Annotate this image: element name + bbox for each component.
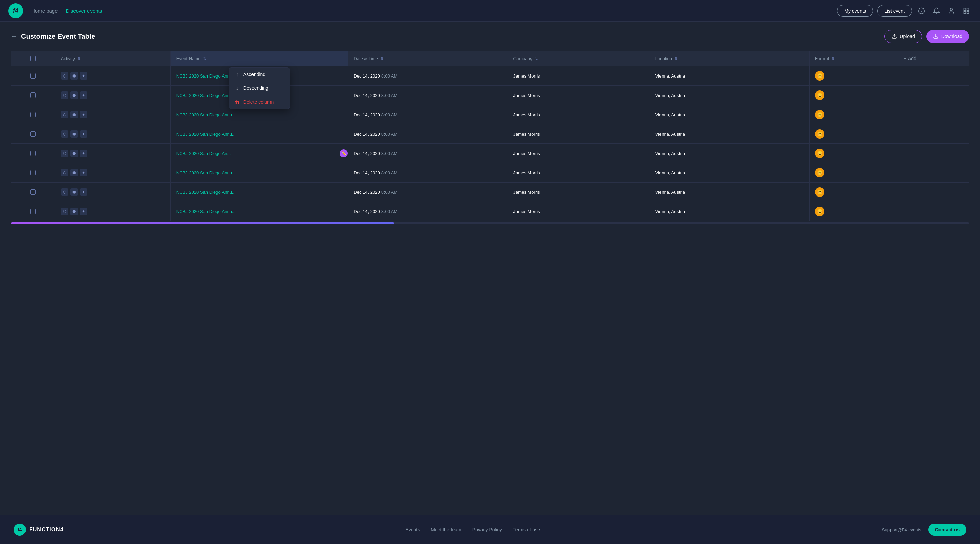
act-download-icon[interactable]: ⬢ bbox=[70, 169, 78, 176]
time-part: 8:00 AM bbox=[382, 151, 398, 156]
list-event-button[interactable]: List event bbox=[877, 5, 912, 17]
th-eventname-label: Event Name bbox=[176, 56, 201, 61]
act-download-icon[interactable]: ⬢ bbox=[70, 188, 78, 196]
row-checkbox[interactable] bbox=[30, 209, 36, 214]
act-share-icon[interactable]: ⬡ bbox=[61, 208, 68, 215]
header-checkbox[interactable] bbox=[30, 56, 36, 61]
act-share-icon[interactable]: ⬡ bbox=[61, 92, 68, 99]
row-checkbox[interactable] bbox=[30, 151, 36, 156]
row-checkbox[interactable] bbox=[30, 112, 36, 117]
event-name-link[interactable]: NCBJ 2020 San Diego Annu... bbox=[176, 190, 342, 195]
event-name-link[interactable]: NCBJ 2020 San Diego Annu... bbox=[176, 209, 342, 214]
act-download-icon[interactable]: ⬢ bbox=[70, 130, 78, 138]
format-icon: 😊 bbox=[815, 168, 824, 178]
edit-pencil-badge[interactable]: ✏️ bbox=[340, 149, 348, 157]
logo[interactable]: f4 bbox=[8, 3, 23, 18]
info-icon[interactable] bbox=[916, 5, 927, 16]
event-name-link[interactable]: NCBJ 2020 San Diego Annu... bbox=[176, 170, 342, 175]
row-checkbox[interactable] bbox=[30, 170, 36, 175]
column-dropdown: ↑ Ascending ↓ Descending 🗑 Delete column bbox=[229, 67, 290, 109]
row-activity: ⬡ ⬢ ✦ bbox=[55, 66, 170, 86]
dropdown-delete[interactable]: 🗑 Delete column bbox=[229, 95, 290, 109]
logo-text: f4 bbox=[13, 7, 18, 14]
act-add-icon[interactable]: ✦ bbox=[80, 169, 88, 176]
th-eventname[interactable]: Event Name ⇅ ↑ Ascending ↓ Descending bbox=[170, 51, 348, 66]
download-label: Download bbox=[941, 34, 962, 39]
row-company: James Morris bbox=[508, 182, 649, 202]
time-part: 8:00 AM bbox=[382, 209, 398, 214]
nav-discover[interactable]: Discover events bbox=[66, 8, 102, 14]
act-share-icon[interactable]: ⬡ bbox=[61, 150, 68, 157]
act-download-icon[interactable]: ⬢ bbox=[70, 208, 78, 215]
th-format[interactable]: Format ⇅ bbox=[810, 51, 898, 66]
th-datetime[interactable]: Date & Time ⇅ bbox=[348, 51, 508, 66]
act-download-icon[interactable]: ⬢ bbox=[70, 150, 78, 157]
row-activity: ⬡ ⬢ ✦ bbox=[55, 86, 170, 105]
footer-link-events[interactable]: Events bbox=[405, 527, 420, 533]
act-download-icon[interactable]: ⬢ bbox=[70, 111, 78, 118]
my-events-button[interactable]: My events bbox=[837, 5, 873, 17]
row-checkbox[interactable] bbox=[30, 92, 36, 98]
datetime-sort-icon: ⇅ bbox=[381, 57, 383, 60]
user-icon[interactable] bbox=[946, 5, 957, 16]
table-header: Activity ⇅ Event Name ⇅ ↑ bbox=[11, 51, 969, 66]
act-download-icon[interactable]: ⬢ bbox=[70, 72, 78, 79]
row-checkbox[interactable] bbox=[30, 189, 36, 195]
company-sort-icon: ⇅ bbox=[535, 57, 538, 60]
horizontal-scrollbar[interactable] bbox=[11, 222, 969, 224]
header-actions: Upload Download bbox=[885, 30, 969, 43]
act-share-icon[interactable]: ⬡ bbox=[61, 111, 68, 118]
act-share-icon[interactable]: ⬡ bbox=[61, 188, 68, 196]
row-add bbox=[898, 105, 969, 124]
svg-point-3 bbox=[950, 8, 953, 11]
act-add-icon[interactable]: ✦ bbox=[80, 130, 88, 138]
format-icon: 😊 bbox=[815, 187, 824, 197]
ascending-label: Ascending bbox=[243, 72, 266, 77]
act-share-icon[interactable]: ⬡ bbox=[61, 72, 68, 79]
layout-icon[interactable] bbox=[961, 5, 972, 16]
act-add-icon[interactable]: ✦ bbox=[80, 111, 88, 118]
date-part: Dec 14, 2020 bbox=[353, 93, 380, 98]
th-activity[interactable]: Activity ⇅ bbox=[55, 51, 170, 66]
eventname-sort-icon: ⇅ bbox=[203, 57, 206, 60]
nav-home[interactable]: Home page bbox=[31, 8, 58, 14]
event-name-link[interactable]: NCBJ 2020 San Diego Annu... bbox=[176, 112, 342, 117]
row-company: James Morris bbox=[508, 163, 649, 182]
act-add-icon[interactable]: ✦ bbox=[80, 92, 88, 99]
act-add-icon[interactable]: ✦ bbox=[80, 208, 88, 215]
act-add-icon[interactable]: ✦ bbox=[80, 72, 88, 79]
dropdown-descending[interactable]: ↓ Descending bbox=[229, 81, 290, 95]
row-datetime: Dec 14, 20208:00 AM bbox=[348, 105, 508, 124]
act-share-icon[interactable]: ⬡ bbox=[61, 169, 68, 176]
download-button[interactable]: Download bbox=[926, 30, 969, 43]
footer-link-terms[interactable]: Terms of use bbox=[513, 527, 540, 533]
act-add-icon[interactable]: ✦ bbox=[80, 188, 88, 196]
row-location: Vienna, Austria bbox=[649, 144, 809, 163]
dropdown-ascending[interactable]: ↑ Ascending bbox=[229, 68, 290, 81]
act-download-icon[interactable]: ⬢ bbox=[70, 92, 78, 99]
event-name-link[interactable]: NCBJ 2020 San Diego Annu... bbox=[176, 132, 342, 137]
event-name-link[interactable]: NCBJ 2020 San Diego An... bbox=[176, 151, 342, 156]
row-checkbox[interactable] bbox=[30, 73, 36, 79]
act-add-icon[interactable]: ✦ bbox=[80, 150, 88, 157]
act-share-icon[interactable]: ⬡ bbox=[61, 130, 68, 138]
bell-icon[interactable] bbox=[931, 5, 942, 16]
svg-rect-6 bbox=[967, 11, 969, 13]
footer-link-team[interactable]: Meet the team bbox=[431, 527, 461, 533]
time-part: 8:00 AM bbox=[382, 73, 398, 79]
contact-button[interactable]: Contact us bbox=[928, 523, 966, 536]
svg-rect-5 bbox=[967, 8, 969, 10]
th-activity-label: Activity bbox=[61, 56, 75, 61]
row-checkbox[interactable] bbox=[30, 131, 36, 137]
date-part: Dec 14, 2020 bbox=[353, 132, 380, 137]
row-event-name: NCBJ 2020 San Diego Annu... bbox=[170, 163, 348, 182]
th-add[interactable]: + Add bbox=[898, 51, 969, 66]
back-button[interactable]: ← bbox=[11, 33, 17, 40]
row-checkbox-cell bbox=[11, 86, 55, 105]
upload-button[interactable]: Upload bbox=[885, 30, 922, 43]
th-location[interactable]: Location ⇅ bbox=[649, 51, 809, 66]
th-company[interactable]: Company ⇅ bbox=[508, 51, 649, 66]
descending-icon: ↓ bbox=[234, 85, 240, 91]
footer-link-privacy[interactable]: Privacy Policy bbox=[472, 527, 502, 533]
delete-label: Delete column bbox=[243, 99, 274, 105]
